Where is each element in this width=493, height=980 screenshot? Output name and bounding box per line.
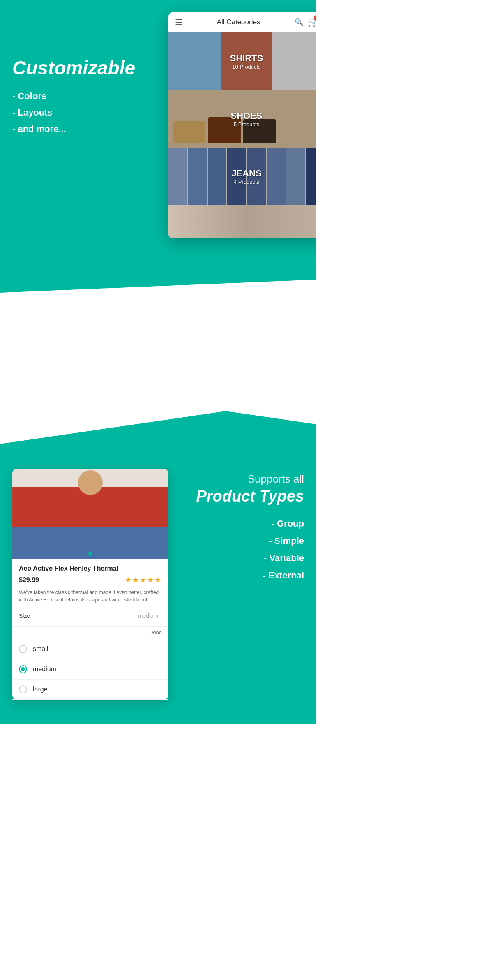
features-list: - Colors - Layouts - and more... <box>12 91 135 134</box>
shirts-name: SHIRTS <box>230 53 263 64</box>
radio-medium[interactable] <box>19 665 27 673</box>
radio-large[interactable] <box>19 685 27 693</box>
size-label: Size <box>19 612 30 619</box>
shirts-label: SHIRTS 10 Products <box>168 32 316 90</box>
red-shirt-image <box>12 469 168 559</box>
product-types-title: Product Types <box>181 487 304 506</box>
product-types-right: Supports all Product Types - Group - Sim… <box>181 460 304 587</box>
radio-inner-medium <box>21 667 25 671</box>
radio-small[interactable] <box>19 645 27 653</box>
customizable-title: Customizable <box>12 58 135 79</box>
category-hats[interactable] <box>168 205 316 238</box>
size-option-medium[interactable]: medium <box>12 659 168 680</box>
product-price: $29.99 <box>19 576 39 584</box>
jeans-count: 4 Products <box>234 179 259 185</box>
white-space-middle <box>0 345 316 378</box>
size-option-large[interactable]: large <box>12 680 168 700</box>
size-value: medium <box>138 612 159 619</box>
phone-header-title: All Categories <box>217 18 260 26</box>
shirts-count: 10 Products <box>232 64 260 70</box>
shoes-name: SHOES <box>230 111 262 121</box>
type-list: - Group - Simple - Variable - External <box>181 518 304 581</box>
product-stars: ★★★★★ <box>125 576 162 585</box>
size-small-label: small <box>33 645 48 653</box>
product-title: Aeo Active Flex Henley Thermal <box>19 565 162 572</box>
size-medium-label: medium <box>33 666 56 673</box>
category-shirts[interactable]: SHIRTS 10 Products <box>168 32 316 90</box>
category-jeans[interactable]: JEANS 4 Products <box>168 148 316 205</box>
hamburger-icon[interactable]: ☰ <box>175 17 182 27</box>
feature-layouts: - Layouts <box>12 107 135 118</box>
carousel-dot[interactable] <box>88 552 92 556</box>
type-simple: - Simple <box>181 536 304 546</box>
phone-mockup: ☰ All Categories 🔍 🛒 8 SHIRTS 10 Product… <box>168 12 316 238</box>
cart-wrapper[interactable]: 🛒 8 <box>308 17 316 27</box>
product-image <box>12 469 168 559</box>
section-product-types: Aeo Active Flex Henley Thermal $29.99 ★★… <box>0 444 316 724</box>
size-large-label: large <box>33 686 48 693</box>
type-external: - External <box>181 570 304 581</box>
shoes-label: SHOES 5 Products <box>168 90 316 148</box>
jeans-name: JEANS <box>231 168 261 179</box>
header-icons: 🔍 🛒 8 <box>295 17 316 27</box>
product-card: Aeo Active Flex Henley Thermal $29.99 ★★… <box>12 469 168 700</box>
size-options: small medium large <box>12 639 168 700</box>
section-customizable: Customizable - Colors - Layouts - and mo… <box>0 0 316 280</box>
size-arrow-icon: › <box>160 612 162 619</box>
done-label[interactable]: Done <box>149 629 162 636</box>
hats-bg <box>168 205 316 238</box>
left-content: Customizable - Colors - Layouts - and mo… <box>12 58 135 140</box>
feature-colors: - Colors <box>12 91 135 102</box>
feature-more: - and more... <box>12 124 135 134</box>
type-group: - Group <box>181 518 304 529</box>
jeans-label: JEANS 4 Products <box>168 148 316 205</box>
category-shoes[interactable]: SHOES 5 Products <box>168 90 316 148</box>
diagonal-transition <box>0 280 316 345</box>
product-size-row[interactable]: Size medium › <box>19 608 162 621</box>
supports-text: Supports all <box>181 473 304 485</box>
diagonal-bottom-transition <box>0 378 316 444</box>
shoes-count: 5 Products <box>234 121 259 127</box>
person-head <box>78 470 103 495</box>
product-description: We've taken the classic thermal and made… <box>19 589 162 603</box>
product-info: Aeo Active Flex Henley Thermal $29.99 ★★… <box>12 559 168 627</box>
phone-header: ☰ All Categories 🔍 🛒 8 <box>168 12 316 32</box>
search-icon[interactable]: 🔍 <box>295 18 304 27</box>
size-option-small[interactable]: small <box>12 639 168 659</box>
done-row: Done <box>12 627 168 639</box>
type-variable: - Variable <box>181 553 304 564</box>
product-price-row: $29.99 ★★★★★ <box>19 576 162 585</box>
